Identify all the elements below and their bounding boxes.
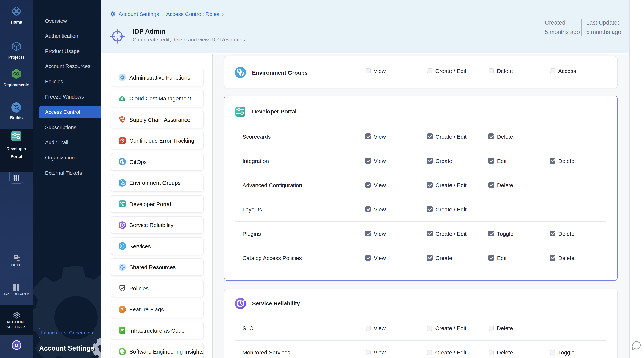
svg-text:D: D (15, 343, 18, 348)
svg-text:?: ? (15, 256, 17, 259)
svg-text:$: $ (121, 96, 123, 100)
